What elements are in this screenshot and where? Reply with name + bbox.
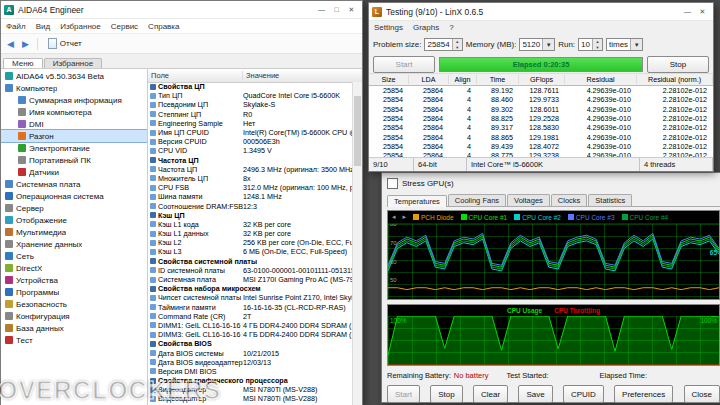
close-icon[interactable]: ✕	[344, 6, 359, 14]
sidebar-item-aida64-v5-50-3634-beta[interactable]: AIDA64 v5.50.3634 Beta	[1, 70, 147, 82]
menu-item-graphs[interactable]: Graphs	[408, 23, 444, 32]
run-unit-select[interactable]: times ▼	[606, 38, 643, 51]
aida64-titlebar[interactable]: A AIDA64 Engineer — □ ✕	[1, 1, 362, 19]
property-row[interactable]: Версия CPUID000506E3h	[148, 137, 353, 146]
property-row[interactable]: Псевдоним ЦПSkylake-S	[148, 100, 353, 109]
sidebar-item-операционная-система[interactable]: Операционная система	[1, 190, 147, 202]
property-row[interactable]: Дата BIOS системы10/21/2015	[148, 348, 353, 357]
menu-item-сервис[interactable]: Сервис	[106, 22, 143, 31]
column-header-residual-norm[interactable]: Residual (norm.)	[637, 75, 713, 84]
property-row[interactable]: Дата BIOS видеоадаптера12/03/13	[148, 358, 353, 367]
property-row[interactable]: ВидеоадаптерMSI N780Ti (MS-V288)	[148, 385, 353, 394]
property-row[interactable]: Множитель ЦП8x	[148, 174, 353, 183]
sidebar-item-мультимедиа[interactable]: Мультимедиа	[1, 226, 147, 238]
preferences-button[interactable]: Preferences	[614, 385, 673, 403]
sidebar-item-разгон[interactable]: Разгон	[1, 130, 147, 142]
property-row[interactable]: Кэш L1 кода32 KB per core	[148, 220, 353, 229]
section-row-свойства-набора-микросхем[interactable]: Свойства набора микросхем	[148, 284, 353, 293]
problem-size-input[interactable]: 25854 ▲▼	[424, 38, 462, 51]
run-count-spinner[interactable]: ▲▼	[592, 39, 602, 50]
property-row[interactable]: CPU VID1.3495 V	[148, 146, 353, 155]
legend-item-cpu-core-#2[interactable]: CPU Core #2	[514, 214, 561, 221]
save-button[interactable]: Save	[518, 385, 552, 403]
sidebar-item-тест[interactable]: Тест	[1, 334, 147, 346]
legend-item-pch-diode[interactable]: PCH Diode	[413, 214, 454, 221]
property-row[interactable]: Имя ЦП CPUIDIntel(R) Core(TM) i5-6600K C…	[148, 128, 353, 137]
column-header-size[interactable]: Size	[369, 75, 409, 84]
stop-button[interactable]: Stop	[430, 385, 462, 403]
column-header-value[interactable]: Значение	[243, 71, 362, 80]
cpuid-button[interactable]: CPUID	[563, 385, 604, 403]
sidebar-item-портативный-пк[interactable]: Портативный ПК	[1, 154, 147, 166]
property-row[interactable]: DIMM1: GeIL CL16-16-16 D44 ГБ DDR4-2400 …	[148, 321, 353, 330]
column-header-time[interactable]: Time	[477, 75, 519, 84]
stress-gpu-checkbox[interactable]	[387, 178, 398, 189]
maximize-icon[interactable]: □	[329, 6, 344, 14]
linx-titlebar[interactable]: L Testing (9/10) - LinX 0.6.5 — ✕	[369, 3, 713, 21]
problem-size-spinner[interactable]: ▲▼	[452, 39, 462, 50]
menu-item-settings[interactable]: Settings	[369, 23, 408, 32]
section-row-свойства-bios[interactable]: Свойства BIOS	[148, 339, 353, 348]
close-icon[interactable]: ✕	[695, 8, 710, 16]
property-row[interactable]: Степпинг ЦПR0	[148, 110, 353, 119]
property-row[interactable]: Engineering SampleНет	[148, 119, 353, 128]
legend-item-cpu-core-#3[interactable]: CPU Core #3	[568, 214, 615, 221]
minimize-icon[interactable]: —	[314, 6, 329, 14]
chevron-down-icon[interactable]: ▼	[542, 39, 554, 50]
section-row-свойства-графического-процессора[interactable]: Свойства графического процессора	[148, 376, 353, 385]
property-row[interactable]: Command Rate (CR)2T	[148, 312, 353, 321]
legend-next-icon[interactable]: ▸	[403, 213, 407, 221]
property-row[interactable]: Кэш L1 данных32 KB per core	[148, 229, 353, 238]
sidebar-item-электропитание[interactable]: Электропитание	[1, 142, 147, 154]
legend-item-cpu-core-#4[interactable]: CPU Core #4	[622, 214, 669, 221]
menu-item-вид[interactable]: Вид	[31, 22, 55, 31]
tab-clocks[interactable]: Clocks	[551, 194, 588, 206]
column-header-align[interactable]: Align	[449, 75, 477, 84]
sidebar-item-программы[interactable]: Программы	[1, 286, 147, 298]
property-row[interactable]: Тип ЦПQuadCore Intel Core i5-6600K	[148, 91, 353, 100]
sidebar-item-directx[interactable]: DirectX	[1, 262, 147, 274]
tab-voltages[interactable]: Voltages	[507, 194, 550, 206]
column-header-residual[interactable]: Residual	[565, 75, 637, 84]
property-row[interactable]: Кэш L2256 KB per core (On-Die, ECC, Full…	[148, 238, 353, 247]
tab-temperatures[interactable]: Temperatures	[387, 195, 447, 207]
property-row[interactable]: Версия DMI BIOS	[148, 367, 353, 376]
property-row[interactable]: Соотношение DRAM:FSB12:3	[148, 201, 353, 210]
sidebar-item-dmi[interactable]: DMI	[1, 118, 147, 130]
chevron-down-icon[interactable]: ▼	[630, 39, 642, 50]
scrollbar-thumb[interactable]	[354, 96, 361, 166]
property-row[interactable]: DIMM3: GeIL CL16-16-16 D44 ГБ DDR4-2400 …	[148, 330, 353, 339]
sidebar-item-сеть[interactable]: Сеть	[1, 250, 147, 262]
section-row-кэш-цп[interactable]: Кэш ЦП	[148, 211, 353, 220]
sidebar-item-устройства[interactable]: Устройства	[1, 274, 147, 286]
memory-select[interactable]: 5120 ▼	[519, 38, 555, 51]
minimize-icon[interactable]: —	[680, 8, 695, 16]
menu-item-файл[interactable]: Файл	[1, 22, 31, 31]
tab-statistics[interactable]: Statistics	[588, 194, 632, 206]
column-header-gflops[interactable]: GFlops	[519, 75, 565, 84]
section-row-частота-цп[interactable]: Частота ЦП	[148, 156, 353, 165]
run-count-input[interactable]: 10 ▲▼	[578, 38, 603, 51]
sidebar-item-безопасность[interactable]: Безопасность	[1, 298, 147, 310]
sidebar-item-хранение-данных[interactable]: Хранение данных	[1, 238, 147, 250]
sidebar-item-суммарная-информация[interactable]: Суммарная информация	[1, 94, 147, 106]
back-icon[interactable]: ◀	[4, 39, 17, 49]
menu-item-справка[interactable]: Справка	[143, 22, 184, 31]
property-row[interactable]: Частота ЦП2496.3 MHz (оригинал: 3500 MHz…	[148, 165, 353, 174]
property-row[interactable]: Шина памяти1248.1 MHz	[148, 192, 353, 201]
property-row[interactable]: ID системной платы63-0100-000001-0010111…	[148, 266, 353, 275]
property-row[interactable]: ВидеоадаптерMSI N780Ti (MS-V288)	[148, 394, 353, 403]
spin-down-icon[interactable]: ▼	[453, 45, 462, 51]
start-button[interactable]: Start	[387, 385, 420, 403]
sidebar-item-системная-плата[interactable]: Системная плата	[1, 178, 147, 190]
section-row-свойства-цп[interactable]: Свойства ЦП	[148, 82, 353, 91]
column-header-field[interactable]: Поле	[148, 71, 243, 80]
sidebar-item-сервер[interactable]: Сервер	[1, 202, 147, 214]
sidebar-item-датчики[interactable]: Датчики	[1, 166, 147, 178]
menu-item-[interactable]: ?	[444, 23, 458, 32]
menu-item-избранное[interactable]: Избранное	[55, 22, 106, 31]
clear-button[interactable]: Clear	[473, 385, 508, 403]
property-row[interactable]: Чипсет системной платыIntel Sunrise Poin…	[148, 293, 353, 302]
report-button[interactable]: Отчет	[43, 37, 87, 50]
start-button[interactable]: Start	[373, 56, 435, 73]
